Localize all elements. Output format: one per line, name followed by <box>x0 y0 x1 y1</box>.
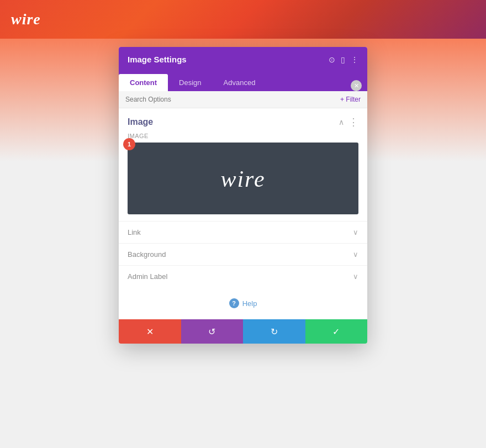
link-row[interactable]: Link ∨ <box>119 221 367 243</box>
search-input[interactable] <box>125 96 340 103</box>
link-chevron-icon: ∨ <box>353 228 358 236</box>
section-collapse-icon[interactable]: ∧ <box>339 118 344 127</box>
admin-label-chevron-icon: ∨ <box>353 272 358 281</box>
more-icon[interactable]: ⋮ <box>351 55 358 64</box>
modal-header: Image Settings ⊙ ▯ ⋮ <box>119 47 367 72</box>
modal-header-icons: ⊙ ▯ ⋮ <box>329 55 358 64</box>
admin-label-row[interactable]: Admin Label ∨ <box>119 265 367 287</box>
field-label: Image <box>128 133 358 139</box>
background-area: Image Settings ⊙ ▯ ⋮ Content Design Adva… <box>0 39 486 448</box>
header-bar: wire <box>0 0 486 39</box>
modal-body: Image ∧ ⋮ Image 1 wire Link <box>119 108 367 319</box>
search-bar: + Filter <box>119 91 367 108</box>
link-label: Link <box>128 228 141 236</box>
background-label: Background <box>128 250 166 259</box>
tab-content[interactable]: Content <box>119 74 168 91</box>
cancel-button[interactable]: ✕ <box>119 319 181 344</box>
modal-title: Image Settings <box>128 55 187 64</box>
tab-bar-close-area: ✕ <box>351 80 367 91</box>
section-actions: ∧ ⋮ <box>339 116 358 128</box>
svg-text:wire: wire <box>220 166 265 192</box>
image-field: Image 1 wire <box>119 133 367 221</box>
help-link[interactable]: Help <box>242 299 257 308</box>
tab-design[interactable]: Design <box>168 74 212 91</box>
logo: wire <box>11 10 41 28</box>
settings-icon[interactable]: ⊙ <box>329 55 335 64</box>
wire-logo-image: wire <box>193 162 293 195</box>
section-title: Image <box>128 117 153 127</box>
tabs-row: Content Design Advanced ✕ <box>119 72 367 91</box>
image-upload-container[interactable]: 1 wire <box>128 143 358 214</box>
undo-button[interactable]: ↺ <box>181 319 244 344</box>
help-icon: ? <box>229 298 239 308</box>
modal-footer: ✕ ↺ ↻ ✓ <box>119 319 367 344</box>
help-section: ? Help <box>119 287 367 319</box>
redo-button[interactable]: ↻ <box>243 319 305 344</box>
tab-advanced[interactable]: Advanced <box>213 74 267 91</box>
filter-button[interactable]: + Filter <box>340 96 361 103</box>
image-badge: 1 <box>123 138 135 150</box>
image-settings-modal: Image Settings ⊙ ▯ ⋮ Content Design Adva… <box>119 47 367 344</box>
section-more-icon[interactable]: ⋮ <box>348 116 358 128</box>
background-row[interactable]: Background ∨ <box>119 243 367 265</box>
admin-label-text: Admin Label <box>128 272 167 281</box>
columns-icon[interactable]: ▯ <box>341 55 345 64</box>
close-button[interactable]: ✕ <box>351 80 362 91</box>
save-button[interactable]: ✓ <box>305 319 368 344</box>
image-section-header: Image ∧ ⋮ <box>119 108 367 133</box>
background-chevron-icon: ∨ <box>353 250 358 259</box>
